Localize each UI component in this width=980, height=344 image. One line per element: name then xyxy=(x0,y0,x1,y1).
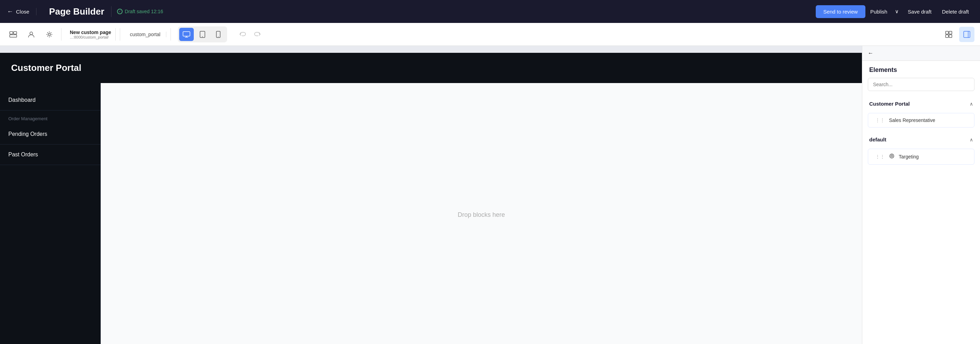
redo-button[interactable] xyxy=(251,27,265,41)
tablet-device-button[interactable] xyxy=(195,28,210,41)
settings-icon-button[interactable] xyxy=(42,27,57,42)
svg-rect-11 xyxy=(949,31,952,34)
toolbar-separator-1 xyxy=(61,28,62,41)
svg-point-18 xyxy=(891,156,892,156)
header-actions: Send to review Publish ∨ Save draft Dele… xyxy=(816,5,973,18)
mobile-device-button[interactable] xyxy=(211,28,226,41)
draft-status-icon xyxy=(117,9,123,14)
page-preview: Customer Portal Dashboard Order Manageme… xyxy=(0,53,862,344)
preview-body: Dashboard Order Management Pending Order… xyxy=(0,83,862,344)
toolbar-right-actions xyxy=(941,27,974,42)
targeting-icon xyxy=(889,153,894,160)
svg-point-3 xyxy=(30,32,33,35)
section-title-customer-portal: Customer Portal xyxy=(869,101,910,107)
section-title-default: default xyxy=(869,137,886,142)
send-to-review-button[interactable]: Send to review xyxy=(816,5,865,18)
panel-section-default: default ∧ ⋮⋮ Targeting xyxy=(862,132,980,167)
svg-rect-5 xyxy=(183,32,190,36)
delete-draft-button[interactable]: Delete draft xyxy=(938,5,973,18)
drag-handle-icon: ⋮⋮ xyxy=(875,118,885,123)
toolbar-separator-2 xyxy=(120,28,120,41)
undo-button[interactable] xyxy=(235,27,249,41)
svg-point-9 xyxy=(218,36,219,37)
preview-sidebar: Dashboard Order Management Pending Order… xyxy=(0,83,101,344)
page-name: New custom page xyxy=(70,30,111,35)
panel-section-customer-portal: Customer Portal ∧ ⋮⋮ Sales Representativ… xyxy=(862,97,980,130)
desktop-device-button[interactable] xyxy=(179,28,194,41)
draft-status-text: Draft saved 12:16 xyxy=(125,9,163,14)
save-draft-button[interactable]: Save draft xyxy=(904,5,935,18)
svg-rect-10 xyxy=(946,31,948,34)
svg-rect-1 xyxy=(14,32,17,34)
close-button[interactable]: ← Close xyxy=(7,8,37,15)
section-chevron-default: ∧ xyxy=(970,137,973,142)
arrow-left-icon: ← xyxy=(7,8,13,15)
svg-rect-12 xyxy=(946,35,948,38)
toolbar-separator-3 xyxy=(170,28,171,41)
page-builder-title: Page Builder xyxy=(42,6,111,17)
layout-icon-button[interactable] xyxy=(6,27,21,42)
nav-item-dashboard[interactable]: Dashboard xyxy=(0,90,100,110)
publish-button[interactable]: Publish xyxy=(867,5,890,18)
section-header-customer-portal[interactable]: Customer Portal ∧ xyxy=(862,97,980,111)
element-sales-representative[interactable]: ⋮⋮ Sales Representative xyxy=(868,113,974,127)
close-label: Close xyxy=(16,9,29,14)
device-selector xyxy=(178,26,227,42)
page-url: ...:8000/custom_portal/ xyxy=(70,35,111,39)
nav-item-past-orders[interactable]: Past Orders xyxy=(0,145,100,165)
history-controls xyxy=(235,27,265,41)
user-icon-button[interactable] xyxy=(24,27,39,42)
page-slug: custom_portal xyxy=(124,32,166,37)
svg-rect-14 xyxy=(964,31,970,38)
drop-placeholder-text: Drop blocks here xyxy=(458,211,505,218)
svg-point-4 xyxy=(48,33,50,35)
preview-title: Customer Portal xyxy=(11,62,851,73)
drag-handle-targeting-icon: ⋮⋮ xyxy=(875,154,885,159)
element-label-sales-representative: Sales Representative xyxy=(889,118,935,123)
svg-rect-13 xyxy=(949,35,952,38)
panel-collapse-button[interactable]: ← xyxy=(862,46,980,61)
panel-title: Elements xyxy=(862,61,980,78)
preview-drop-zone[interactable]: Drop blocks here xyxy=(101,83,862,344)
preview-header: Customer Portal xyxy=(0,53,862,83)
collapse-icon: ← xyxy=(868,50,873,56)
element-targeting[interactable]: ⋮⋮ Targeting xyxy=(868,149,974,165)
right-panel: ← Elements Customer Portal ∧ ⋮⋮ Sales Re… xyxy=(862,46,980,344)
main-content: Customer Portal Dashboard Order Manageme… xyxy=(0,46,980,344)
nav-item-pending-orders[interactable]: Pending Orders xyxy=(0,124,100,145)
element-label-targeting: Targeting xyxy=(899,154,919,159)
nav-section-order-management: Order Management xyxy=(0,110,100,124)
grid-view-button[interactable] xyxy=(941,27,956,42)
svg-rect-2 xyxy=(10,35,17,37)
header-bar: ← Close Page Builder Draft saved 12:16 S… xyxy=(0,0,980,23)
elements-search-input[interactable] xyxy=(868,78,974,91)
section-chevron-customer-portal: ∧ xyxy=(970,101,973,107)
publish-chevron-button[interactable]: ∨ xyxy=(892,5,902,18)
section-header-default[interactable]: default ∧ xyxy=(862,132,980,147)
svg-point-7 xyxy=(202,36,203,37)
page-info: New custom page ...:8000/custom_portal/ xyxy=(66,28,116,41)
svg-rect-0 xyxy=(10,32,13,34)
panel-toggle-button[interactable] xyxy=(959,27,974,42)
canvas-wrapper: Customer Portal Dashboard Order Manageme… xyxy=(0,46,862,344)
secondary-toolbar: New custom page ...:8000/custom_portal/ … xyxy=(0,23,980,46)
draft-status: Draft saved 12:16 xyxy=(117,9,163,14)
